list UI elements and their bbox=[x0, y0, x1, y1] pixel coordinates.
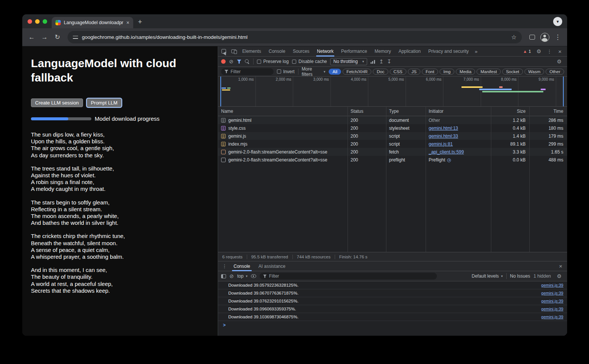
minimize-window-button[interactable] bbox=[35, 19, 40, 24]
devtools-tab-network[interactable]: Network bbox=[313, 46, 337, 57]
drawer-tab-console[interactable]: Console bbox=[229, 261, 254, 271]
devtools-tab-sources[interactable]: Sources bbox=[289, 46, 313, 57]
console-message[interactable]: Downloaded 39.06707763671875%. gemini.js… bbox=[218, 289, 567, 297]
drawer-tab-ai-assistance[interactable]: AI assistance bbox=[254, 261, 289, 271]
invert-checkbox[interactable] bbox=[277, 69, 281, 74]
browser-tab[interactable]: LanguageModel downloadpro × bbox=[52, 17, 133, 28]
close-window-button[interactable] bbox=[28, 19, 32, 24]
timeline-overview[interactable]: 1,000 ms 2,000 ms 3,000 ms 4,000 ms 5,00… bbox=[218, 77, 567, 107]
console-message[interactable]: Downloaded 39.10369873046875%. gemini.js… bbox=[218, 313, 567, 321]
filter-pill-font[interactable]: Font bbox=[422, 69, 438, 75]
devtools-tab-elements[interactable]: Elements bbox=[238, 46, 265, 57]
tab-close-icon[interactable]: × bbox=[126, 20, 129, 26]
profile-avatar[interactable] bbox=[539, 32, 551, 43]
devtools-close-icon[interactable]: × bbox=[555, 48, 565, 55]
url-bar[interactable]: googlechrome.github.io/samples/downloadi… bbox=[68, 31, 522, 43]
filter-pill-other[interactable]: Other bbox=[546, 69, 564, 75]
message-source-link[interactable]: gemini.js:39 bbox=[541, 307, 563, 311]
devtools-tab-privacy[interactable]: Privacy and security bbox=[424, 46, 472, 57]
request-initiator-link[interactable]: gemini.html:33 bbox=[429, 134, 458, 139]
filter-pill-js[interactable]: JS bbox=[408, 69, 420, 75]
network-filter-input[interactable]: Filter bbox=[221, 68, 274, 75]
browser-menu-icon[interactable]: ⋮ bbox=[552, 32, 563, 43]
preflight-info-icon[interactable] bbox=[447, 158, 451, 162]
column-header-status[interactable]: Status bbox=[348, 109, 386, 114]
column-header-time[interactable]: Time bbox=[529, 109, 567, 114]
console-filter-input[interactable]: Filter bbox=[260, 273, 437, 280]
clear-network-icon[interactable]: ⊘ bbox=[229, 59, 234, 64]
network-settings-icon[interactable]: ⚙ bbox=[554, 57, 564, 66]
hidden-count[interactable]: 1 hidden bbox=[534, 273, 551, 279]
filter-pill-media[interactable]: Media bbox=[456, 69, 475, 75]
more-filters-button[interactable]: More filters ▾ bbox=[302, 66, 326, 77]
filter-pill-wasm[interactable]: Wasm bbox=[524, 69, 544, 75]
invert-toggle[interactable]: Invert bbox=[277, 69, 295, 74]
column-header-type[interactable]: Type bbox=[386, 109, 426, 114]
export-har-icon[interactable]: ↧ bbox=[387, 59, 391, 64]
site-info-icon[interactable] bbox=[73, 35, 78, 40]
live-expression-eye-icon[interactable] bbox=[251, 274, 256, 278]
default-levels-select[interactable]: Default levels ▾ bbox=[472, 273, 503, 279]
column-header-size[interactable]: Size bbox=[491, 109, 529, 114]
console-sidebar-icon[interactable] bbox=[221, 274, 226, 278]
back-button[interactable]: ← bbox=[26, 32, 37, 43]
drawer-menu-icon[interactable]: ⋮ bbox=[220, 261, 229, 271]
column-header-initiator[interactable]: Initiator bbox=[426, 109, 491, 114]
devtools-tab-memory[interactable]: Memory bbox=[371, 46, 395, 57]
console-message[interactable]: Downloaded 39.05792236328125%. gemini.js… bbox=[218, 281, 567, 289]
preserve-log-checkbox[interactable] bbox=[257, 60, 261, 64]
table-row[interactable]: gemini.html 200 document Other 1.2 kB 28… bbox=[218, 116, 567, 124]
drawer-close-icon[interactable]: × bbox=[556, 261, 566, 271]
preserve-log-toggle[interactable]: Preserve log bbox=[257, 59, 289, 64]
devtools-tab-performance[interactable]: Performance bbox=[337, 46, 371, 57]
filter-pill-socket[interactable]: Socket bbox=[502, 69, 523, 75]
devtools-menu-icon[interactable]: ⋮ bbox=[544, 49, 554, 54]
url-text[interactable]: googlechrome.github.io/samples/downloadi… bbox=[82, 34, 507, 40]
context-selector[interactable]: top ▾ bbox=[237, 273, 248, 279]
table-row[interactable]: index.mjs 200 script gemini.js:81 89.1 k… bbox=[218, 140, 567, 148]
request-initiator-link[interactable]: gemini.js:81 bbox=[429, 141, 453, 147]
no-issues-label[interactable]: No Issues bbox=[510, 273, 530, 279]
record-icon[interactable] bbox=[221, 59, 226, 64]
filter-pill-manifest[interactable]: Manifest bbox=[477, 69, 500, 75]
filter-pill-doc[interactable]: Doc bbox=[373, 69, 388, 75]
filter-pill-fetchxhr[interactable]: Fetch/XHR bbox=[343, 69, 371, 75]
filter-funnel-icon[interactable] bbox=[237, 60, 241, 64]
forward-button[interactable]: → bbox=[39, 32, 50, 43]
reload-button[interactable]: ↻ bbox=[52, 32, 63, 43]
message-source-link[interactable]: gemini.js:39 bbox=[541, 315, 563, 319]
overview-left-handle[interactable] bbox=[220, 77, 221, 106]
inspect-element-icon[interactable] bbox=[219, 46, 229, 56]
devtools-tab-application[interactable]: Application bbox=[395, 46, 424, 57]
search-icon[interactable] bbox=[245, 59, 250, 64]
column-header-name[interactable]: Name bbox=[218, 109, 348, 114]
console-prompt[interactable]: > bbox=[218, 321, 567, 329]
settings-gear-icon[interactable]: ⚙ bbox=[534, 48, 544, 54]
table-row[interactable]: style.css 200 stylesheet gemini.html:13 … bbox=[218, 124, 567, 132]
message-source-link[interactable]: gemini.js:39 bbox=[541, 283, 563, 287]
console-message[interactable]: Downloaded 39.0960693359375%. gemini.js:… bbox=[218, 305, 567, 313]
request-initiator-link[interactable]: _api_client.ts:599 bbox=[429, 149, 464, 155]
console-settings-icon[interactable]: ⚙ bbox=[554, 271, 564, 281]
import-har-icon[interactable]: ↥ bbox=[379, 59, 384, 64]
table-row[interactable]: gemini.js 200 script gemini.html:33 1.4 … bbox=[218, 132, 567, 140]
filter-pill-css[interactable]: CSS bbox=[390, 69, 406, 75]
console-message[interactable]: Downloaded 39.07623291015625%. gemini.js… bbox=[218, 297, 567, 305]
extensions-icon[interactable] bbox=[526, 32, 538, 43]
network-conditions-icon[interactable] bbox=[371, 60, 376, 64]
table-row[interactable]: gemini-2.0-flash:streamGenerateContent?a… bbox=[218, 156, 567, 164]
overview-right-handle[interactable] bbox=[563, 77, 564, 106]
device-toolbar-icon[interactable] bbox=[229, 46, 238, 56]
throttling-select[interactable]: No throttling ▾ bbox=[330, 58, 367, 65]
message-source-link[interactable]: gemini.js:39 bbox=[541, 299, 563, 303]
table-row[interactable]: gemini-2.0-flash:streamGenerateContent?a… bbox=[218, 148, 567, 156]
request-initiator[interactable]: Preflight bbox=[429, 157, 445, 163]
disable-cache-checkbox[interactable] bbox=[292, 60, 296, 64]
disable-cache-toggle[interactable]: Disable cache bbox=[292, 59, 327, 64]
filter-pill-img[interactable]: Img bbox=[440, 69, 454, 75]
bookmark-star-icon[interactable]: ☆ bbox=[511, 34, 517, 41]
zoom-window-button[interactable] bbox=[43, 19, 47, 24]
create-llm-session-button[interactable]: Create LLM session bbox=[31, 98, 83, 107]
prompt-llm-button[interactable]: Prompt LLM bbox=[87, 98, 122, 107]
filter-pill-all[interactable]: All bbox=[329, 69, 341, 75]
